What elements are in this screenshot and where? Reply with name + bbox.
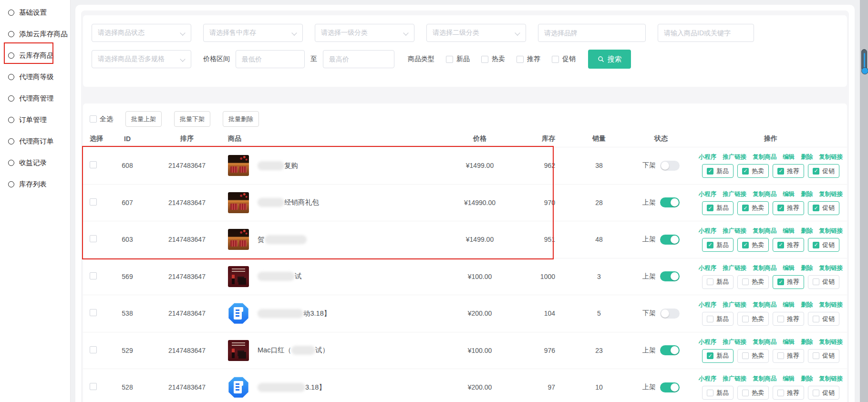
status-toggle[interactable] xyxy=(660,235,680,245)
batch-off-shelf-button[interactable]: 批量下架 xyxy=(174,111,210,127)
product-status-select[interactable]: 请选择商品状态 xyxy=(92,24,191,42)
type-checkbox-recommend[interactable]: 推荐 xyxy=(517,55,540,63)
link-delete[interactable]: 删除 xyxy=(801,375,813,383)
sidebar-item-earnings[interactable]: 收益记录 xyxy=(0,152,70,174)
tag-new[interactable]: ✓新品 xyxy=(702,164,734,178)
on-sale-stock-select[interactable]: 请选择售中库存 xyxy=(203,24,303,42)
tag-promo[interactable]: 促销 xyxy=(808,349,839,363)
link-copy-product[interactable]: 复制商品 xyxy=(753,264,776,272)
tag-hot[interactable]: ✓热卖 xyxy=(737,164,769,178)
tag-hot[interactable]: 热卖 xyxy=(737,312,769,326)
link-edit[interactable]: 编辑 xyxy=(783,190,795,198)
batch-on-shelf-button[interactable]: 批量上架 xyxy=(125,111,162,127)
tag-new[interactable]: 新品 xyxy=(702,275,734,289)
row-checkbox[interactable] xyxy=(90,272,97,279)
sidebar-item-add-cloud-product[interactable]: 添加云库存商品 xyxy=(0,23,70,45)
link-delete[interactable]: 删除 xyxy=(801,264,813,272)
brand-input[interactable] xyxy=(544,29,640,37)
tag-recommend[interactable]: ✓推荐 xyxy=(773,238,804,252)
type-checkbox-new[interactable]: 新品 xyxy=(446,55,470,63)
tag-promo[interactable]: ✓促销 xyxy=(808,164,839,178)
tag-recommend[interactable]: ✓推荐 xyxy=(773,201,804,215)
tag-new[interactable]: ✓新品 xyxy=(702,201,734,215)
link-edit[interactable]: 编辑 xyxy=(783,338,795,346)
tag-new[interactable]: ✓新品 xyxy=(702,349,734,363)
link-copy-url[interactable]: 复制链接 xyxy=(819,338,843,346)
link-promo-url[interactable]: 推广链接 xyxy=(723,338,746,346)
tag-promo[interactable]: 促销 xyxy=(808,312,839,326)
status-toggle[interactable] xyxy=(660,161,680,171)
tag-promo[interactable]: 促销 xyxy=(808,386,839,400)
select-all-checkbox[interactable] xyxy=(90,115,97,123)
link-promo-url[interactable]: 推广链接 xyxy=(723,190,746,198)
type-checkbox-promo[interactable]: 促销 xyxy=(552,55,576,63)
link-delete[interactable]: 删除 xyxy=(801,227,813,235)
link-mini-program[interactable]: 小程序 xyxy=(699,190,717,198)
link-promo-url[interactable]: 推广链接 xyxy=(723,264,746,272)
link-delete[interactable]: 删除 xyxy=(801,301,813,309)
tag-recommend[interactable]: ✓推荐 xyxy=(773,275,804,289)
sidebar-item-agent-level[interactable]: 代理商等级 xyxy=(0,66,70,88)
link-delete[interactable]: 删除 xyxy=(801,338,813,346)
type-checkbox-hot[interactable]: 热卖 xyxy=(481,55,505,63)
category-level1-select[interactable]: 请选择一级分类 xyxy=(315,24,414,42)
tag-promo[interactable]: 促销 xyxy=(808,275,839,289)
status-toggle[interactable] xyxy=(660,309,680,319)
link-mini-program[interactable]: 小程序 xyxy=(699,227,717,235)
link-copy-product[interactable]: 复制商品 xyxy=(753,153,776,161)
link-promo-url[interactable]: 推广链接 xyxy=(723,301,746,309)
link-promo-url[interactable]: 推广链接 xyxy=(723,153,746,161)
row-checkbox[interactable] xyxy=(90,161,97,168)
link-edit[interactable]: 编辑 xyxy=(783,227,795,235)
min-price-input[interactable] xyxy=(242,55,299,63)
link-mini-program[interactable]: 小程序 xyxy=(699,338,717,346)
link-delete[interactable]: 删除 xyxy=(801,153,813,161)
tag-promo[interactable]: ✓促销 xyxy=(808,201,839,215)
sidebar-item-cloud-products[interactable]: 云库存商品 xyxy=(0,45,70,66)
tag-new[interactable]: 新品 xyxy=(702,386,734,400)
link-copy-url[interactable]: 复制链接 xyxy=(819,375,843,383)
link-mini-program[interactable]: 小程序 xyxy=(699,264,717,272)
link-edit[interactable]: 编辑 xyxy=(783,375,795,383)
link-edit[interactable]: 编辑 xyxy=(783,264,795,272)
link-mini-program[interactable]: 小程序 xyxy=(699,301,717,309)
search-button[interactable]: 搜索 xyxy=(588,50,631,69)
link-copy-url[interactable]: 复制链接 xyxy=(819,153,843,161)
status-toggle[interactable] xyxy=(660,197,680,207)
sidebar-item-basic-settings[interactable]: 基础设置 xyxy=(0,2,70,23)
tag-hot[interactable]: 热卖 xyxy=(737,349,769,363)
link-promo-url[interactable]: 推广链接 xyxy=(723,375,746,383)
row-checkbox[interactable] xyxy=(90,309,97,316)
link-copy-product[interactable]: 复制商品 xyxy=(753,375,776,383)
link-edit[interactable]: 编辑 xyxy=(783,153,795,161)
link-delete[interactable]: 删除 xyxy=(801,190,813,198)
link-edit[interactable]: 编辑 xyxy=(783,301,795,309)
link-copy-product[interactable]: 复制商品 xyxy=(753,301,776,309)
sidebar-item-stock-list[interactable]: 库存列表 xyxy=(0,174,70,195)
tag-new[interactable]: 新品 xyxy=(702,312,734,326)
row-checkbox[interactable] xyxy=(90,198,97,206)
tag-recommend[interactable]: 推荐 xyxy=(773,386,804,400)
link-copy-product[interactable]: 复制商品 xyxy=(753,338,776,346)
tag-recommend[interactable]: ✓推荐 xyxy=(773,164,804,178)
link-mini-program[interactable]: 小程序 xyxy=(699,153,717,161)
link-promo-url[interactable]: 推广链接 xyxy=(723,227,746,235)
link-copy-url[interactable]: 复制链接 xyxy=(819,190,843,198)
tag-recommend[interactable]: 推荐 xyxy=(773,349,804,363)
link-mini-program[interactable]: 小程序 xyxy=(699,375,717,383)
sidebar-item-order-manage[interactable]: 订单管理 xyxy=(0,109,70,131)
status-toggle[interactable] xyxy=(660,345,680,355)
sidebar-item-agent-orders[interactable]: 代理商订单 xyxy=(0,131,70,152)
sidebar-item-agent-manage[interactable]: 代理商管理 xyxy=(0,88,70,109)
category-level2-select[interactable]: 请选择二级分类 xyxy=(426,24,526,42)
link-copy-url[interactable]: 复制链接 xyxy=(819,264,843,272)
tag-hot[interactable]: ✓热卖 xyxy=(737,201,769,215)
link-copy-url[interactable]: 复制链接 xyxy=(819,227,843,235)
tag-promo[interactable]: ✓促销 xyxy=(808,238,839,252)
scrollbar-thumb-thermometer-icon[interactable] xyxy=(861,49,867,71)
tag-recommend[interactable]: 推荐 xyxy=(773,312,804,326)
max-price-input[interactable] xyxy=(329,55,388,63)
multi-spec-select[interactable]: 请选择商品是否多规格 xyxy=(92,50,191,68)
batch-delete-button[interactable]: 批量删除 xyxy=(223,111,259,127)
row-checkbox[interactable] xyxy=(90,383,97,390)
